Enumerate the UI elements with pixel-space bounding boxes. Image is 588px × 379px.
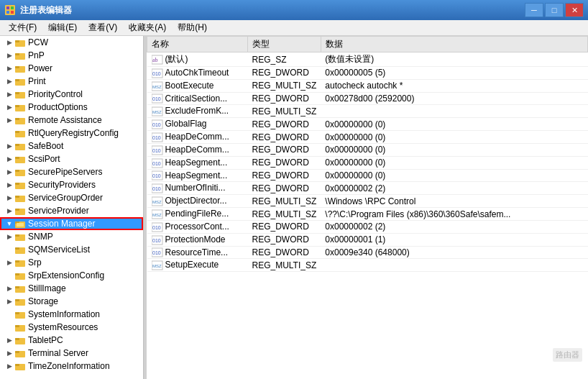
expand-icon-securepipeservers[interactable]: ▶ (4, 167, 14, 177)
tree-item-srp[interactable]: ▶ Srp (0, 256, 143, 269)
expand-icon-srp[interactable]: ▶ (4, 257, 14, 268)
table-row[interactable]: 010NumberOfIniti...REG_DWORD0x00000002 (… (147, 182, 588, 195)
table-row[interactable]: MSZPendingFileRe...REG_MULTI_SZ\??\C:\Pr… (147, 208, 588, 221)
expand-icon-snmp[interactable]: ▶ (4, 232, 14, 242)
tree-item-securepipeservers[interactable]: ▶ SecurePipeServers (0, 165, 143, 178)
tree-item-storage[interactable]: ▶ Storage (0, 295, 143, 308)
tree-item-sessionmanager[interactable]: ▼ Session Manager (0, 217, 143, 230)
folder-icon (14, 37, 26, 47)
svg-rect-43 (15, 273, 19, 275)
tree-item-remoteassistance[interactable]: ▶ Remote Assistance (0, 114, 143, 127)
expand-icon-terminalserver[interactable]: ▶ (4, 348, 14, 358)
expand-icon-tabletpc[interactable]: ▶ (4, 335, 14, 345)
expand-icon-sessionmanager[interactable]: ▼ (4, 219, 14, 229)
tree-item-snmp[interactable]: ▶ SNMP (0, 230, 143, 243)
expand-icon-sysres[interactable] (4, 322, 14, 332)
expand-icon-power[interactable]: ▶ (4, 63, 14, 73)
expand-icon-rtlquery[interactable] (4, 128, 14, 138)
tree-item-securityproviders[interactable]: ▶ SecurityProviders (0, 178, 143, 191)
expand-icon-timezone[interactable]: ▶ (4, 361, 14, 371)
expand-icon-sqm[interactable] (4, 245, 14, 255)
tree-label-serviceprovider: ServiceProvider (28, 206, 89, 216)
table-row[interactable]: MSZObjectDirector...REG_MULTI_SZ\Windows… (147, 195, 588, 208)
table-row[interactable]: MSZSetupExecuteREG_MULTI_SZ (147, 259, 588, 272)
expand-icon-pnp[interactable]: ▶ (4, 50, 14, 60)
minimize-button[interactable]: ─ (525, 3, 543, 17)
svg-rect-22 (15, 144, 19, 146)
expand-icon-remoteassistance[interactable]: ▶ (4, 115, 14, 125)
col-header-data[interactable]: 数据 (321, 37, 587, 52)
expand-icon-print[interactable]: ▶ (4, 76, 14, 86)
tree-item-terminalserver[interactable]: ▶ Terminal Server (0, 347, 143, 360)
expand-icon-scsiport[interactable]: ▶ (4, 154, 14, 164)
svg-text:MSZ: MSZ (152, 85, 162, 89)
expand-icon-sysinfo[interactable] (4, 309, 14, 319)
expand-icon-srpext[interactable] (4, 270, 14, 280)
expand-icon-pcw[interactable]: ▶ (4, 37, 14, 47)
expand-icon-productoptions[interactable]: ▶ (4, 102, 14, 112)
tree-item-systeminformation[interactable]: SystemInformation (0, 308, 143, 321)
value-data-cell: 0x00000001 (1) (321, 233, 587, 246)
table-row[interactable]: 010HeapSegment...REG_DWORD0x00000000 (0) (147, 156, 588, 169)
svg-rect-41 (15, 260, 19, 262)
menu-favorites[interactable]: 收藏夹(A) (123, 20, 172, 35)
table-row[interactable]: 010ProtectionModeREG_DWORD0x00000001 (1) (147, 233, 588, 246)
value-name-cell: 010ProcessorCont... (147, 220, 248, 233)
tree-item-power[interactable]: ▶ Power (0, 62, 143, 75)
tree-item-print[interactable]: ▶ Print (0, 75, 143, 88)
menu-file[interactable]: 文件(F) (3, 20, 42, 35)
tree-item-srpextensionconfig[interactable]: SrpExtensionConfig (0, 269, 143, 282)
expand-icon-servicegrouporder[interactable]: ▶ (4, 193, 14, 203)
table-row[interactable]: 010HeapDeComm...REG_DWORD0x00000000 (0) (147, 143, 588, 156)
expand-icon-safeboot[interactable]: ▶ (4, 141, 14, 151)
table-row[interactable]: 010ResourceTime...REG_DWORD0x0009e340 (6… (147, 246, 588, 259)
table-row[interactable]: 010AutoChkTimeoutREG_DWORD0x00000005 (5) (147, 67, 588, 80)
tree-item-stillimage[interactable]: ▶ StillImage (0, 282, 143, 295)
tree-item-serviceprovider[interactable]: ▶ ServiceProvider (0, 204, 143, 217)
col-header-type[interactable]: 类型 (248, 37, 321, 52)
table-row[interactable]: MSZExcludeFromK...REG_MULTI_SZ (147, 105, 588, 118)
folder-icon (14, 296, 26, 306)
table-row[interactable]: 010GlobalFlagREG_DWORD0x00000000 (0) (147, 118, 588, 131)
table-row[interactable]: 010ProcessorCont...REG_DWORD0x00000002 (… (147, 220, 588, 233)
tree-item-prioritycontrol[interactable]: ▶ PriorityControl (0, 88, 143, 101)
col-header-name[interactable]: 名称 (147, 37, 248, 52)
expand-icon-prioritycontrol[interactable]: ▶ (4, 89, 14, 99)
svg-rect-14 (15, 92, 19, 94)
expand-icon-storage[interactable]: ▶ (4, 296, 14, 306)
tree-item-pnp[interactable]: ▶ PnP (0, 49, 143, 62)
tree-item-timezoneinformation[interactable]: ▶ TimeZoneInformation (0, 360, 143, 373)
value-type-cell: REG_DWORD (248, 246, 321, 259)
menu-help[interactable]: 帮助(H) (172, 20, 213, 35)
tree-item-safeboot[interactable]: ▶ SafeBoot (0, 140, 143, 152)
expand-icon-serviceprovider[interactable]: ▶ (4, 206, 14, 216)
tree-item-scsiport[interactable]: ▶ ScsiPort (0, 152, 143, 165)
value-data-cell: 0x00000002 (2) (321, 182, 587, 195)
expand-icon-stillimage[interactable]: ▶ (4, 283, 14, 293)
svg-text:MSZ: MSZ (152, 200, 162, 204)
value-name-cell: 010NumberOfIniti... (147, 182, 248, 195)
menu-edit[interactable]: 编辑(E) (42, 20, 83, 35)
tree-item-sqmservicelist[interactable]: SQMServiceList (0, 243, 143, 256)
table-row[interactable]: ab(默认)REG_SZ(数值未设置) (147, 52, 588, 67)
maximize-button[interactable]: □ (545, 3, 564, 17)
table-row[interactable]: 010CriticalSection...REG_DWORD0x00278d00… (147, 92, 588, 105)
table-row[interactable]: 010HeapDeComm...REG_DWORD0x00000000 (0) (147, 131, 588, 144)
close-button[interactable]: ✕ (565, 3, 584, 17)
value-name-cell: MSZExcludeFromK... (147, 105, 248, 118)
tree-panel[interactable]: ▶ PCW ▶ PnP ▶ Power ▶ (0, 36, 144, 379)
svg-text:ab: ab (152, 57, 158, 63)
tree-item-tabletpc[interactable]: ▶ TabletPC (0, 334, 143, 347)
expand-icon-securityproviders[interactable]: ▶ (4, 180, 14, 190)
svg-text:010: 010 (152, 238, 161, 243)
tree-item-systemresources[interactable]: SystemResources (0, 321, 143, 334)
values-panel[interactable]: 名称 类型 数据 ab(默认)REG_SZ(数值未设置)010AutoChkTi… (147, 36, 588, 379)
table-row[interactable]: 010HeapSegment...REG_DWORD0x00000000 (0) (147, 169, 588, 182)
tree-item-servicegrouporder[interactable]: ▶ ServiceGroupOrder (0, 191, 143, 204)
tree-item-pcw[interactable]: ▶ PCW (0, 36, 143, 49)
value-name-cell: MSZBootExecute (147, 79, 248, 92)
table-row[interactable]: MSZBootExecuteREG_MULTI_SZautocheck auto… (147, 79, 588, 92)
tree-item-rtlquery[interactable]: RtlQueryRegistryConfig (0, 127, 143, 140)
menu-view[interactable]: 查看(V) (83, 20, 123, 35)
tree-item-productoptions[interactable]: ▶ ProductOptions (0, 101, 143, 114)
